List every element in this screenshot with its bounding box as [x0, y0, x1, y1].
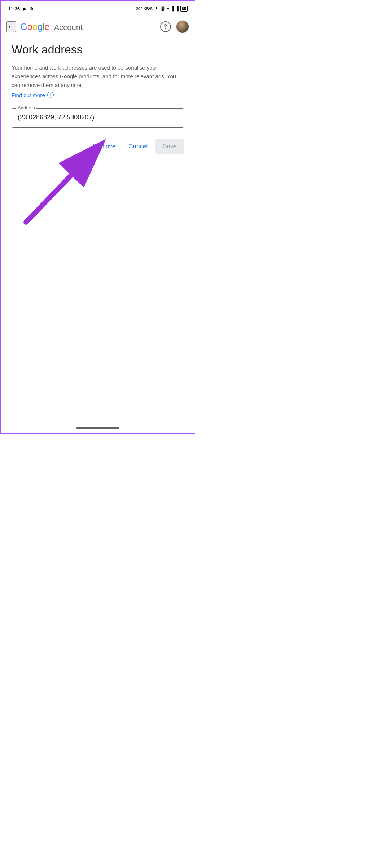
- signal-icon: ▐: [171, 6, 174, 11]
- signal-icon2: ▐: [176, 6, 179, 11]
- nav-right: ?: [160, 20, 189, 33]
- info-circle-icon[interactable]: i: [47, 92, 54, 98]
- google-account-logo: Google Account: [20, 21, 83, 32]
- address-field[interactable]: Address (23.0286829, 72.5300207): [12, 108, 184, 127]
- save-button[interactable]: Save: [155, 139, 184, 154]
- find-out-more-row: Find out more i: [12, 92, 184, 98]
- logo-o1: o: [27, 21, 32, 32]
- find-out-more-link[interactable]: Find out more: [12, 92, 45, 98]
- top-nav: ← Google Account ?: [1, 15, 195, 38]
- status-left: 11:36 ▶ ⊕: [8, 6, 33, 12]
- action-buttons: Remove Cancel Save: [12, 139, 184, 154]
- logo-e: e: [44, 21, 49, 32]
- battery-display: 85: [180, 6, 188, 12]
- address-label: Address: [16, 105, 36, 110]
- location-icon: ⊕: [29, 6, 33, 12]
- bluetooth-icon: ⋮: [154, 6, 158, 11]
- arrow-svg: [19, 161, 91, 233]
- main-content: Work address Your home and work addresse…: [1, 38, 195, 162]
- status-bar: 11:36 ▶ ⊕ 292 KB/S ⋮ 📳 ▾ ▐ ▐ 85: [1, 1, 195, 15]
- cancel-button[interactable]: Cancel: [123, 139, 153, 154]
- arrow-annotation: [19, 161, 91, 233]
- logo-o2: o: [32, 21, 38, 32]
- play-icon: ▶: [23, 6, 26, 12]
- back-button[interactable]: ←: [6, 21, 16, 32]
- wifi-icon: ▾: [167, 6, 169, 11]
- description-text: Your home and work addresses are used to…: [12, 63, 184, 89]
- page-title: Work address: [12, 43, 184, 56]
- svg-line-1: [26, 175, 71, 222]
- help-button[interactable]: ?: [160, 21, 171, 32]
- avatar-image: [176, 21, 189, 33]
- nav-left: ← Google Account: [6, 21, 83, 32]
- status-right: 292 KB/S ⋮ 📳 ▾ ▐ ▐ 85: [136, 6, 188, 12]
- logo-g2: g: [38, 21, 43, 32]
- home-indicator: [76, 427, 119, 429]
- google-logo: Google: [20, 21, 52, 32]
- logo-g: G: [20, 21, 27, 32]
- user-avatar[interactable]: [176, 20, 189, 33]
- address-value: (23.0286829, 72.5300207): [18, 113, 178, 122]
- speed-display: 292 KB/S: [136, 6, 153, 11]
- vibrate-icon: 📳: [160, 6, 165, 11]
- remove-button[interactable]: Remove: [88, 139, 120, 154]
- account-label: Account: [54, 23, 83, 32]
- time-display: 11:36: [8, 6, 20, 12]
- question-mark-icon: ?: [164, 23, 167, 30]
